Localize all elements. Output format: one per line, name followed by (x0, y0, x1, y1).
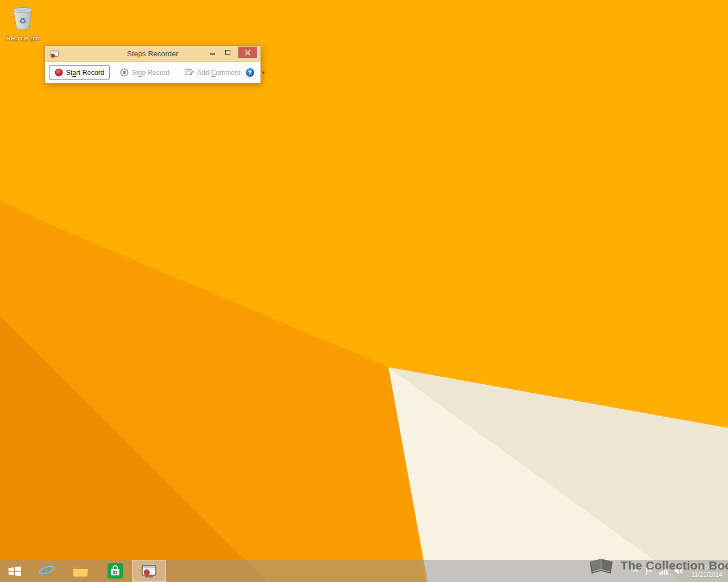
maximize-button[interactable] (220, 47, 235, 58)
minimize-button[interactable] (205, 47, 220, 58)
help-group: ? ▼ (246, 68, 267, 77)
add-comment-label: Add Comment (197, 69, 241, 77)
taskbar-clock[interactable]: 9:56 AM 11/21/2014 (692, 564, 722, 579)
taskbar-steps-recorder[interactable] (132, 560, 166, 582)
record-icon (55, 68, 63, 77)
action-center-button[interactable] (646, 567, 652, 575)
titlebar[interactable]: Steps Recorder (45, 46, 260, 61)
close-icon (245, 49, 251, 56)
volume-button[interactable] (675, 567, 683, 575)
system-tray: 9:56 AM 11/21/2014 (632, 560, 728, 582)
recycle-bin-icon: ♻ (8, 3, 38, 32)
steps-recorder-window: Steps Recorder (44, 45, 261, 84)
show-hidden-icons-button[interactable] (632, 569, 639, 573)
caption-buttons (205, 47, 257, 58)
internet-explorer-icon: e (38, 563, 55, 580)
clock-time: 9:56 AM (692, 564, 722, 571)
stop-record-label: Stop Record (131, 69, 169, 77)
taskbar-file-explorer[interactable] (64, 560, 98, 582)
desktop-icon-recycle-bin[interactable]: ♻ Recycle Bin (5, 3, 41, 42)
stop-record-button[interactable]: Stop Record (115, 66, 175, 79)
file-explorer-icon (73, 564, 89, 577)
start-record-button[interactable]: Start Record (49, 65, 110, 80)
taskbar-internet-explorer[interactable]: e (30, 560, 64, 582)
maximize-icon (225, 50, 230, 55)
taskbar: e (0, 560, 728, 582)
comment-icon (185, 69, 194, 76)
windows-logo-icon (8, 566, 22, 576)
help-button[interactable]: ? (246, 68, 254, 77)
start-button[interactable] (0, 560, 30, 582)
start-record-label: Start Record (66, 69, 104, 77)
add-comment-button[interactable]: Add Comment (180, 66, 246, 79)
steps-recorder-app-icon (50, 49, 59, 59)
taskbar-store[interactable] (98, 560, 132, 582)
recycle-bin-label: Recycle Bin (5, 35, 41, 42)
minimize-icon (210, 53, 215, 55)
desktop-wallpaper (0, 0, 728, 582)
flag-icon (646, 567, 652, 575)
toolbar: Start Record Stop Record Add Comment ? ▼ (45, 61, 260, 83)
stop-icon (120, 68, 129, 77)
network-button[interactable] (659, 568, 668, 575)
svg-text:♻: ♻ (19, 16, 26, 26)
speaker-icon (675, 567, 683, 575)
network-icon (659, 568, 668, 575)
clock-date: 11/21/2014 (692, 571, 722, 579)
close-button[interactable] (238, 47, 257, 58)
chevron-up-icon (632, 569, 639, 573)
steps-recorder-icon (141, 564, 157, 579)
svg-text:e: e (41, 563, 51, 580)
help-dropdown-arrow[interactable]: ▼ (260, 68, 267, 77)
store-icon (107, 563, 123, 579)
